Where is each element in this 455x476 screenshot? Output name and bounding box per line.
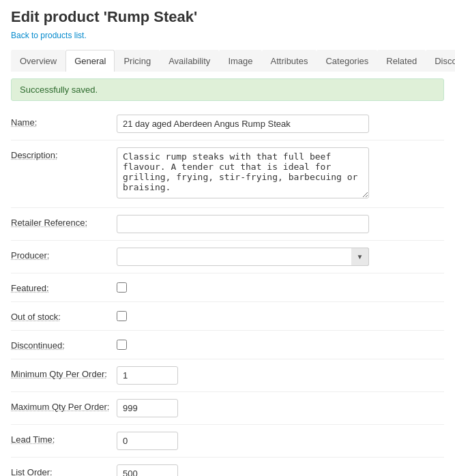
tab-discounts[interactable]: Discounts	[426, 50, 455, 72]
success-banner: Successfully saved.	[11, 78, 444, 101]
discontinued-row: Discontinued:	[11, 331, 444, 359]
retailer-ref-field[interactable]	[117, 215, 369, 233]
max-qty-row: Maximum Qty Per Order:	[11, 392, 444, 425]
featured-row: Featured:	[11, 273, 444, 302]
producer-row: Producer: ▼	[11, 241, 444, 273]
tab-overview[interactable]: Overview	[11, 50, 65, 72]
max-qty-field[interactable]	[117, 399, 178, 417]
discontinued-field-wrap	[117, 338, 444, 352]
featured-label: Featured:	[11, 280, 117, 293]
name-field[interactable]	[117, 115, 369, 133]
tab-bar: Overview General Pricing Availability Im…	[11, 50, 444, 72]
back-to-products-link[interactable]: Back to products list.	[11, 31, 87, 40]
tab-image[interactable]: Image	[219, 50, 261, 72]
out-of-stock-row: Out of stock:	[11, 302, 444, 331]
discontinued-checkbox[interactable]	[117, 340, 127, 350]
list-order-row: List Order:	[11, 458, 444, 476]
lead-time-row: Lead Time:	[11, 425, 444, 458]
min-qty-field[interactable]	[117, 366, 178, 385]
list-order-field[interactable]	[117, 464, 178, 476]
list-order-field-wrap	[117, 464, 444, 476]
lead-time-field-wrap	[117, 432, 444, 450]
tab-pricing[interactable]: Pricing	[115, 50, 160, 72]
description-label: Description:	[11, 147, 117, 160]
producer-dropdown-wrap: ▼	[117, 248, 369, 266]
min-qty-field-wrap	[117, 366, 444, 385]
producer-select[interactable]	[117, 248, 369, 266]
general-form: Name: Description: Classic rump steaks w…	[11, 108, 444, 476]
featured-checkbox[interactable]	[117, 282, 127, 293]
discontinued-label: Discontinued:	[11, 338, 117, 351]
max-qty-label: Maximum Qty Per Order:	[11, 399, 117, 412]
producer-select-wrap: ▼	[117, 248, 444, 266]
name-row: Name:	[11, 108, 444, 140]
producer-label: Producer:	[11, 248, 117, 261]
name-field-wrap	[117, 115, 444, 133]
max-qty-field-wrap	[117, 399, 444, 417]
description-field-wrap: Classic rump steaks with that full beef …	[117, 147, 444, 200]
min-qty-label: Minimum Qty Per Order:	[11, 366, 117, 379]
retailer-ref-label: Retailer Reference:	[11, 215, 117, 228]
retailer-ref-row: Retailer Reference:	[11, 208, 444, 241]
out-of-stock-field-wrap	[117, 309, 444, 323]
name-label: Name:	[11, 115, 117, 128]
featured-field-wrap	[117, 280, 444, 295]
tab-availability[interactable]: Availability	[160, 50, 219, 72]
out-of-stock-checkbox[interactable]	[117, 311, 127, 321]
page-title: Edit product 'Rump Steak'	[11, 8, 444, 26]
description-row: Description: Classic rump steaks with th…	[11, 140, 444, 208]
retailer-ref-field-wrap	[117, 215, 444, 233]
lead-time-label: Lead Time:	[11, 432, 117, 445]
tab-general[interactable]: General	[65, 50, 115, 72]
lead-time-field[interactable]	[117, 432, 178, 450]
min-qty-row: Minimum Qty Per Order:	[11, 359, 444, 392]
out-of-stock-label: Out of stock:	[11, 309, 117, 322]
tab-categories[interactable]: Categories	[317, 50, 377, 72]
tab-attributes[interactable]: Attributes	[262, 50, 317, 72]
tab-related[interactable]: Related	[377, 50, 426, 72]
description-field[interactable]: Classic rump steaks with that full beef …	[117, 147, 369, 198]
list-order-label: List Order:	[11, 464, 117, 476]
